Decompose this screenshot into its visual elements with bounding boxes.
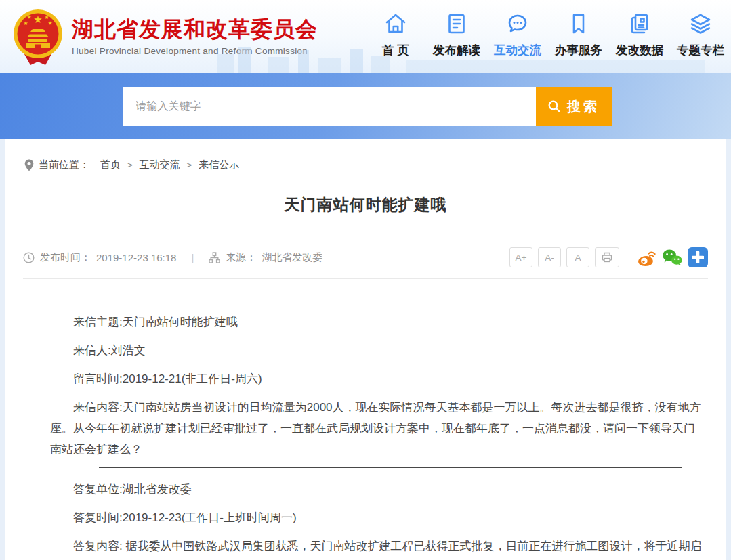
copy-pages-icon bbox=[627, 12, 652, 36]
breadcrumb-letters[interactable]: 来信公示 bbox=[199, 158, 239, 171]
breadcrumb-separator: > bbox=[127, 160, 133, 170]
nav-label: 办事服务 bbox=[555, 42, 602, 58]
breadcrumb-home[interactable]: 首页 bbox=[100, 158, 121, 171]
chat-bubble-icon bbox=[505, 12, 530, 36]
site-header: ★ ★ ★ ★ ★ 湖北省发展和改革委员会 Hubei Provincial D… bbox=[0, 0, 731, 73]
svg-text:★: ★ bbox=[33, 14, 42, 25]
nav-item-home[interactable]: 首 页 bbox=[369, 12, 422, 58]
breadcrumb-interaction[interactable]: 互动交流 bbox=[140, 158, 180, 171]
svg-text:★: ★ bbox=[44, 14, 49, 20]
breadcrumb-label: 当前位置： bbox=[39, 158, 89, 171]
letter-time: 留言时间:2019-12-21(非工作日-周六) bbox=[50, 368, 703, 389]
document-icon bbox=[444, 12, 469, 36]
article-meta-row: 发布时间：2019-12-23 16:18 | 来源：湖北省发改委 A+ A- … bbox=[5, 236, 726, 278]
nav-item-interaction[interactable]: 互动交流 bbox=[491, 12, 544, 58]
source-sitemap-icon bbox=[209, 252, 220, 263]
page-body: 当前位置： 首页 > 互动交流 > 来信公示 天门南站何时能扩建哦 发布时间：2… bbox=[0, 139, 731, 560]
breadcrumb-separator: > bbox=[187, 160, 192, 170]
meta-separator: | bbox=[191, 252, 194, 263]
letter-content: 来信内容:天门南站站房当初设计的日均流量为2000人，现在实际情况每天基本都是一… bbox=[50, 397, 703, 460]
clock-icon bbox=[23, 252, 35, 263]
reply-time: 答复时间:2019-12-23(工作日-上班时间周一) bbox=[50, 507, 703, 528]
brand-block: 湖北省发展和改革委员会 Hubei Provincial Development… bbox=[72, 17, 318, 56]
svg-text:★: ★ bbox=[47, 20, 52, 26]
nav-item-data[interactable]: 发改数据 bbox=[613, 12, 666, 58]
site-subtitle: Hubei Provincial Development and Reform … bbox=[72, 46, 318, 56]
national-emblem-logo: ★ ★ ★ ★ ★ bbox=[12, 5, 64, 68]
nav-label: 发改数据 bbox=[616, 42, 663, 58]
svg-text:★: ★ bbox=[26, 14, 31, 20]
source-value: 湖北省发改委 bbox=[262, 251, 322, 264]
letter-sender: 来信人:刘浩文 bbox=[50, 340, 703, 361]
content-box: 当前位置： 首页 > 互动交流 > 来信公示 天门南站何时能扩建哦 发布时间：2… bbox=[5, 139, 726, 560]
article-toolbar: A+ A- A bbox=[509, 247, 708, 267]
page-title: 天门南站何时能扩建哦 bbox=[5, 194, 726, 215]
nav-item-services[interactable]: 办事服务 bbox=[552, 12, 605, 58]
font-reset-button[interactable]: A bbox=[566, 247, 589, 267]
search-band: 搜索 bbox=[0, 73, 731, 139]
layers-icon bbox=[688, 12, 713, 36]
printer-icon bbox=[601, 251, 613, 263]
article-content: 来信主题:天门南站何时能扩建哦 来信人:刘浩文 留言时间:2019-12-21(… bbox=[5, 279, 726, 560]
bookmark-icon bbox=[566, 12, 591, 36]
publish-time-label: 发布时间： bbox=[40, 251, 91, 264]
letter-block: 来信主题:天门南站何时能扩建哦 来信人:刘浩文 留言时间:2019-12-21(… bbox=[50, 311, 703, 460]
font-increase-button[interactable]: A+ bbox=[509, 247, 532, 267]
nav-label: 发布解读 bbox=[433, 42, 480, 58]
search-button-label: 搜索 bbox=[567, 98, 600, 116]
nav-label: 首 页 bbox=[382, 42, 409, 58]
home-icon bbox=[383, 12, 408, 36]
reply-divider bbox=[99, 467, 682, 468]
share-more-icon[interactable] bbox=[688, 247, 708, 267]
search-box: 搜索 bbox=[123, 87, 612, 126]
magnifier-icon bbox=[547, 100, 561, 113]
location-pin-icon bbox=[24, 159, 34, 171]
nav-item-publish[interactable]: 发布解读 bbox=[430, 12, 483, 58]
site-title: 湖北省发展和改革委员会 bbox=[72, 17, 318, 42]
breadcrumb: 当前位置： 首页 > 互动交流 > 来信公示 bbox=[5, 139, 726, 171]
wechat-icon[interactable] bbox=[662, 249, 682, 266]
print-button[interactable] bbox=[595, 247, 619, 267]
search-input[interactable] bbox=[123, 87, 536, 126]
letter-subject: 来信主题:天门南站何时能扩建哦 bbox=[50, 311, 703, 332]
reply-unit: 答复单位:湖北省发改委 bbox=[50, 479, 703, 500]
svg-text:★: ★ bbox=[23, 20, 28, 26]
article-meta: 发布时间：2019-12-23 16:18 | 来源：湖北省发改委 bbox=[23, 251, 322, 264]
nav-label: 互动交流 bbox=[494, 42, 541, 58]
nav-label: 专题专栏 bbox=[677, 42, 724, 58]
main-nav: 首 页 发布解读 互动交流 办事服务 bbox=[369, 12, 731, 58]
nav-item-topics[interactable]: 专题专栏 bbox=[674, 12, 727, 58]
reply-block: 答复单位:湖北省发改委 答复时间:2019-12-23(工作日-上班时间周一) … bbox=[50, 479, 703, 560]
weibo-icon[interactable] bbox=[637, 249, 656, 266]
reply-content: 答复内容: 据我委从中国铁路武汉局集团获悉，天门南站改扩建工程已获得正式批复，目… bbox=[50, 536, 703, 560]
font-decrease-button[interactable]: A- bbox=[538, 247, 561, 267]
search-button[interactable]: 搜索 bbox=[536, 87, 612, 126]
source-label: 来源： bbox=[226, 251, 256, 264]
publish-time-value: 2019-12-23 16:18 bbox=[96, 252, 176, 263]
